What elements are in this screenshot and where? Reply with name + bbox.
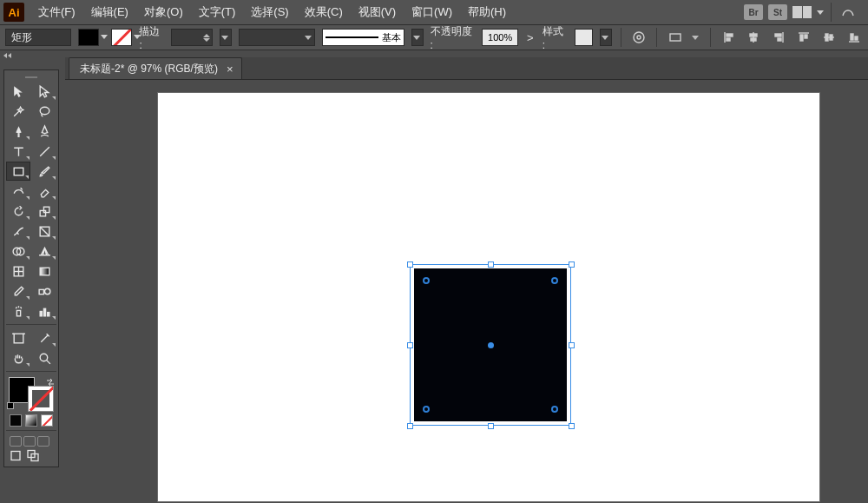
menu-help[interactable]: 帮助(H) bbox=[461, 1, 513, 23]
align-vcenter-icon[interactable] bbox=[819, 28, 838, 47]
stroke-swatch[interactable] bbox=[28, 386, 54, 412]
artboard[interactable] bbox=[157, 92, 820, 502]
panel-grip[interactable] bbox=[6, 74, 56, 81]
pen-tool[interactable] bbox=[6, 122, 30, 141]
stroke-weight-stepper[interactable] bbox=[171, 29, 213, 46]
free-transform-tool[interactable] bbox=[32, 222, 56, 241]
curvature-tool[interactable] bbox=[32, 122, 56, 141]
handle-bm[interactable] bbox=[488, 423, 494, 429]
stroke-weight-dropdown[interactable] bbox=[220, 29, 232, 46]
center-point[interactable] bbox=[488, 342, 494, 348]
screen-mode-row bbox=[6, 434, 56, 447]
brush-definition-dropdown[interactable] bbox=[411, 29, 424, 46]
svg-line-24 bbox=[40, 147, 49, 156]
rotate-tool[interactable] bbox=[6, 202, 30, 221]
selection-tool[interactable] bbox=[6, 82, 30, 101]
artboard-tool[interactable] bbox=[6, 328, 30, 347]
mesh-tool[interactable] bbox=[6, 261, 30, 281]
tool-name-field[interactable]: 矩形 bbox=[5, 29, 71, 46]
corner-widget-br[interactable] bbox=[551, 406, 558, 413]
gradient-tool[interactable] bbox=[32, 261, 56, 281]
menu-effect[interactable]: 效果(C) bbox=[298, 1, 350, 23]
draw-mode-behind[interactable] bbox=[27, 449, 39, 461]
stock-button[interactable]: St bbox=[768, 4, 787, 20]
corner-widget-tl[interactable] bbox=[423, 277, 430, 284]
variable-width-profile[interactable] bbox=[239, 29, 315, 46]
align-hcenter-icon[interactable] bbox=[745, 28, 763, 47]
opacity-field[interactable]: 100% bbox=[482, 29, 518, 46]
align-right-icon[interactable] bbox=[770, 28, 788, 47]
document-tab-title: 未标题-2* @ 97% (RGB/预览) bbox=[80, 62, 218, 76]
color-mode-none[interactable] bbox=[41, 414, 53, 427]
opacity-flyout-icon[interactable]: > bbox=[525, 31, 536, 44]
svg-point-37 bbox=[44, 288, 49, 294]
screen-mode-presentation[interactable] bbox=[37, 436, 49, 447]
paintbrush-tool[interactable] bbox=[32, 162, 56, 181]
align-bottom-icon[interactable] bbox=[845, 28, 863, 47]
handle-bl[interactable] bbox=[407, 423, 413, 429]
perspective-grid-tool[interactable] bbox=[32, 242, 56, 261]
close-icon[interactable]: × bbox=[227, 63, 233, 76]
bridge-button[interactable]: Br bbox=[744, 4, 763, 20]
arrange-documents-icon[interactable] bbox=[792, 6, 812, 18]
recolor-artwork-icon[interactable] bbox=[630, 28, 648, 47]
color-mode-solid[interactable] bbox=[10, 414, 22, 427]
eraser-tool[interactable] bbox=[32, 182, 56, 201]
handle-ml[interactable] bbox=[407, 342, 413, 348]
eyedropper-tool[interactable] bbox=[6, 281, 30, 301]
document-tab[interactable]: 未标题-2* @ 97% (RGB/预览) × bbox=[69, 57, 242, 79]
default-fill-stroke-icon[interactable] bbox=[7, 400, 14, 412]
corner-widget-tr[interactable] bbox=[551, 277, 558, 284]
screen-mode-full[interactable] bbox=[23, 436, 36, 447]
column-graph-tool[interactable] bbox=[32, 301, 56, 321]
menu-select[interactable]: 选择(S) bbox=[244, 1, 295, 23]
handle-tl[interactable] bbox=[407, 261, 413, 268]
graphic-style-swatch[interactable] bbox=[575, 29, 593, 46]
graphic-style-dropdown[interactable] bbox=[600, 29, 612, 46]
panel-collapse-arrows[interactable] bbox=[0, 50, 65, 61]
align-to-dropdown[interactable] bbox=[691, 29, 701, 46]
align-left-icon[interactable] bbox=[720, 28, 738, 47]
shape-builder-tool[interactable] bbox=[6, 242, 30, 261]
rectangle-tool[interactable] bbox=[6, 162, 30, 181]
scale-tool[interactable] bbox=[32, 202, 56, 221]
corner-widget-bl[interactable] bbox=[423, 406, 430, 413]
menu-window[interactable]: 窗口(W) bbox=[404, 1, 459, 23]
align-top-icon[interactable] bbox=[795, 28, 813, 47]
menu-file[interactable]: 文件(F) bbox=[31, 1, 82, 23]
line-segment-tool[interactable] bbox=[32, 142, 56, 161]
gpu-preview-icon[interactable] bbox=[838, 3, 858, 22]
screen-mode-normal[interactable] bbox=[10, 436, 22, 447]
hand-tool[interactable] bbox=[6, 348, 30, 367]
handle-br[interactable] bbox=[569, 423, 575, 429]
canvas-area[interactable] bbox=[65, 80, 868, 503]
fill-color-swatch[interactable] bbox=[78, 29, 99, 46]
symbol-sprayer-tool[interactable] bbox=[6, 301, 30, 321]
blend-tool[interactable] bbox=[32, 281, 56, 301]
separator bbox=[656, 28, 657, 47]
fill-stroke-control[interactable] bbox=[7, 377, 56, 412]
handle-mr[interactable] bbox=[569, 342, 575, 348]
align-to-selection-icon[interactable] bbox=[666, 28, 684, 47]
direct-selection-tool[interactable] bbox=[32, 82, 56, 101]
arrange-documents-caret[interactable] bbox=[817, 10, 824, 15]
menu-object[interactable]: 对象(O) bbox=[137, 1, 190, 23]
menu-edit[interactable]: 编辑(E) bbox=[84, 1, 135, 23]
width-tool[interactable] bbox=[6, 222, 30, 241]
menu-view[interactable]: 视图(V) bbox=[352, 1, 403, 23]
handle-tr[interactable] bbox=[569, 261, 575, 268]
menu-type[interactable]: 文字(T) bbox=[192, 1, 243, 23]
zoom-tool[interactable] bbox=[32, 348, 56, 367]
type-tool[interactable] bbox=[6, 142, 30, 161]
handle-tm[interactable] bbox=[488, 261, 494, 268]
color-mode-row bbox=[6, 414, 56, 427]
stroke-color-swatch[interactable] bbox=[111, 29, 132, 46]
magic-wand-tool[interactable] bbox=[6, 102, 30, 121]
slice-tool[interactable] bbox=[32, 328, 56, 347]
svg-marker-21 bbox=[14, 86, 23, 97]
draw-mode-normal[interactable] bbox=[10, 449, 22, 461]
color-mode-gradient[interactable] bbox=[25, 414, 37, 427]
brush-definition[interactable]: 基本 bbox=[322, 29, 404, 46]
shaper-tool[interactable] bbox=[6, 182, 30, 201]
lasso-tool[interactable] bbox=[32, 102, 56, 121]
